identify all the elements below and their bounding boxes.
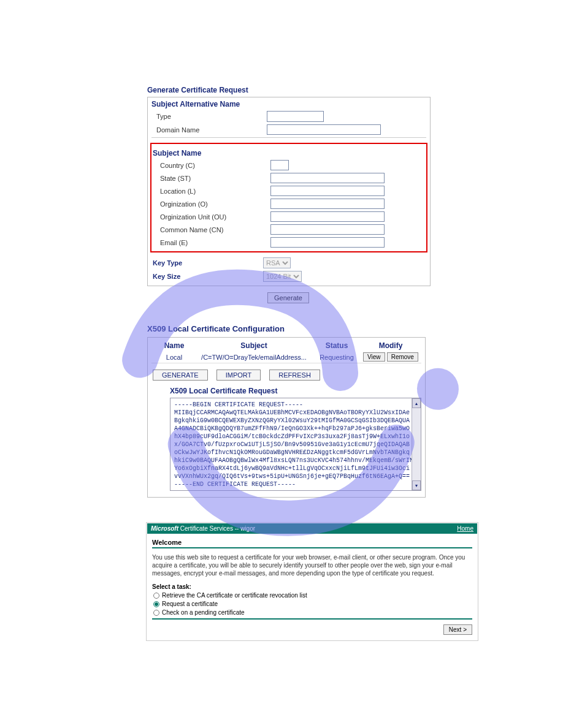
task-retrieve-radio[interactable] (153, 593, 159, 599)
task-request-radio[interactable] (153, 601, 159, 607)
key-size-label: Key Size (151, 273, 263, 280)
san-type-select[interactable]: Domain Name (267, 111, 324, 122)
task-options: Retrieve the CA certificate or certifica… (152, 591, 472, 620)
refresh-action-button[interactable]: REFRESH (269, 370, 320, 381)
generate-button[interactable]: Generate (267, 292, 309, 303)
country-input[interactable] (270, 160, 289, 170)
state-input[interactable] (270, 173, 385, 183)
san-group-title: Subject Alternative Name (148, 97, 430, 110)
remove-button[interactable]: Remove (387, 352, 418, 362)
task-request[interactable]: Request a certificate (152, 600, 472, 609)
email-input[interactable] (270, 237, 385, 248)
cert-subject: /C=TW/O=DrayTek/emailAddress... (196, 354, 312, 361)
scroll-track[interactable] (412, 408, 421, 480)
next-button[interactable]: Next > (443, 624, 472, 635)
scroll-up-icon[interactable]: ▴ (412, 398, 421, 408)
orgunit-input[interactable] (270, 211, 385, 222)
generate-action-button[interactable]: GENERATE (153, 370, 208, 381)
col-modify-header: Modify (361, 341, 420, 350)
san-domain-input[interactable] (267, 124, 381, 135)
cert-request-box: -----BEGIN CERTIFICATE REQUEST----- MIIB… (170, 398, 421, 491)
x509-table-row: Local /C=TW/O=DrayTek/emailAddress... Re… (151, 351, 421, 363)
welcome-heading: Welcome (152, 539, 472, 548)
org-label: Orginization (O) (155, 200, 270, 208)
task-request-label: Request a certificate (162, 601, 218, 607)
x509-request-title: X509 Local Certificate Request (151, 385, 421, 398)
cert-request-text: -----BEGIN CERTIFICATE REQUEST----- MIIB… (170, 398, 412, 490)
location-label: Location (L) (155, 188, 270, 195)
scrollbar[interactable]: ▴ ▾ (412, 398, 421, 490)
task-retrieve-label: Retrieve the CA certificate or certifica… (162, 592, 307, 599)
col-subject-header: Subject (196, 341, 312, 350)
task-check-label: Check on a pending certificate (162, 609, 245, 616)
col-status-header: Status (312, 341, 361, 350)
select-task-title: Select a task: (152, 583, 472, 590)
subject-name-highlight-box: Subject Name Country (C) State (ST) Loca… (150, 143, 427, 252)
state-label: State (ST) (155, 175, 270, 182)
cn-label: Common Name (CN) (155, 226, 270, 233)
x509-table-header: Name Subject Status Modify (151, 340, 421, 351)
cn-input[interactable] (270, 224, 385, 235)
task-retrieve[interactable]: Retrieve the CA certificate or certifica… (152, 591, 472, 600)
subject-name-title: Subject Name (151, 146, 426, 159)
generate-cert-request-title: Generate Certificate Request (147, 86, 416, 94)
scroll-down-icon[interactable]: ▾ (412, 480, 421, 490)
key-size-select: 1024 Bit (263, 271, 302, 282)
org-input[interactable] (270, 199, 385, 209)
task-check-radio[interactable] (153, 610, 159, 616)
task-check[interactable]: Check on a pending certificate (152, 609, 472, 617)
san-type-label: Type (151, 113, 267, 120)
col-name-header: Name (153, 341, 196, 350)
email-label: Email (E) (155, 239, 270, 246)
home-link[interactable]: Home (457, 525, 473, 532)
location-input[interactable] (270, 186, 385, 196)
ms-cert-services-brand: Microsoft Certificate Services -- wigor (151, 525, 255, 532)
generate-cert-request-panel: Subject Alternative Name Type Domain Nam… (147, 97, 431, 286)
key-type-label: Key Type (151, 259, 263, 267)
view-button[interactable]: View (363, 352, 385, 362)
ms-cert-services-header: Microsoft Certificate Services -- wigor … (147, 523, 477, 534)
cert-name: Local (153, 354, 196, 361)
key-type-select: RSA (263, 257, 291, 268)
x509-config-title: X509 Local Certificate Configuration (147, 324, 416, 333)
orgunit-label: Orginization Unit (OU) (155, 213, 270, 221)
cert-status: Requesting (312, 354, 361, 361)
divider (151, 137, 426, 138)
import-action-button[interactable]: IMPORT (216, 370, 261, 381)
san-domain-label: Domain Name (151, 126, 267, 134)
x509-config-panel: Name Subject Status Modify Local /C=TW/O… (147, 337, 426, 498)
welcome-description: You use this web site to request a certi… (152, 553, 472, 577)
country-label: Country (C) (155, 162, 270, 169)
ms-cert-services-panel: Microsoft Certificate Services -- wigor … (146, 522, 478, 641)
